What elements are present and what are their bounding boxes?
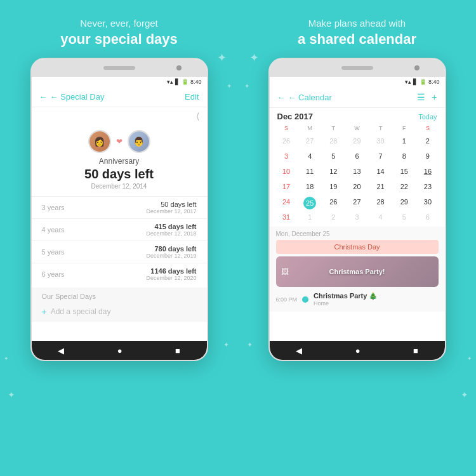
phone-speaker-right [341, 66, 373, 70]
cal-day[interactable]: 29 [345, 134, 369, 148]
cal-day[interactable]: 6 [416, 210, 439, 224]
couple-avatars: 👩 ❤ 👨 [88, 130, 150, 153]
list-icon[interactable]: ☰ [417, 92, 425, 102]
back-button-left[interactable]: ← ← Special Day [39, 92, 105, 102]
cal-day[interactable]: 26 [322, 195, 345, 209]
cal-day[interactable]: 11 [298, 164, 322, 178]
countdown-year: 4 years [42, 226, 65, 234]
special-day-header: ← ← Special Day Edit [32, 87, 207, 107]
cal-dow-t: T [369, 124, 392, 133]
cal-event-info: Christmas Party 🎄 Home [314, 292, 438, 307]
cal-day[interactable]: 1 [392, 134, 416, 148]
cal-day[interactable]: 19 [322, 180, 345, 194]
cal-day[interactable]: 28 [369, 195, 392, 209]
share-icon[interactable]: ⟨ [32, 107, 207, 125]
cal-day[interactable]: 12 [322, 164, 345, 178]
cal-dow-t: T [322, 124, 345, 133]
cal-day[interactable]: 31 [275, 210, 298, 224]
cal-event-banner: Christmas Day [276, 240, 439, 254]
cal-day[interactable]: 18 [298, 180, 322, 194]
cal-event-photo-label: Christmas Party! [329, 268, 385, 275]
deco-star-r2: ✦ [244, 83, 249, 89]
back-button-right[interactable]: ← ← Calendar [277, 93, 332, 102]
countdown-year: 6 years [42, 270, 65, 278]
cal-day[interactable]: 30 [416, 195, 439, 209]
cal-day[interactable]: 28 [322, 134, 345, 148]
countdown-days: 415 days left [146, 223, 196, 230]
cal-day[interactable]: 3 [275, 149, 298, 163]
nav-back-right[interactable]: ◀ [296, 346, 302, 355]
phone-content-right: ← ← Calendar ☰ + Dec 2017 Today SMTWTFS … [270, 87, 445, 341]
cal-day[interactable]: 24 [275, 195, 298, 209]
countdown-days: 50 days left [146, 201, 196, 208]
nav-back-left[interactable]: ◀ [58, 346, 64, 355]
cal-day[interactable]: 27 [345, 195, 369, 209]
cal-event-photo: 🖼 Christmas Party! [276, 256, 439, 287]
cal-day[interactable]: 23 [416, 180, 439, 194]
battery-icon-r: 🔋 [420, 79, 426, 85]
deco-star-r5: ✦ [247, 341, 253, 349]
countdown-days: 780 days left [146, 245, 196, 253]
phone-top-bar [32, 59, 207, 77]
cal-day[interactable]: 3 [345, 210, 369, 224]
cal-day[interactable]: 2 [416, 134, 439, 148]
cal-day[interactable]: 29 [392, 195, 416, 209]
cal-day[interactable]: 13 [345, 164, 369, 178]
nav-home-left[interactable]: ● [117, 346, 122, 355]
cal-day[interactable]: 22 [392, 180, 416, 194]
cal-day[interactable]: 25 [298, 195, 322, 209]
deco-star-4: ✦ [4, 355, 9, 362]
cal-day[interactable]: 17 [275, 180, 298, 194]
cal-day[interactable]: 26 [275, 134, 298, 148]
left-phone: ▾▴ ▋ 🔋 8:40 ← ← Special Day Edit ⟨ 👩 [30, 58, 208, 361]
wifi-icon-r: ▾▴ [405, 79, 411, 85]
right-title: a shared calendar [298, 31, 416, 48]
cal-day[interactable]: 5 [392, 210, 416, 224]
nav-square-left[interactable]: ■ [175, 346, 180, 355]
cal-today-button[interactable]: Today [418, 113, 437, 121]
countdown-year: 5 years [42, 248, 65, 256]
cal-dow-row: SMTWTFS [275, 124, 440, 133]
cal-day[interactable]: 30 [369, 134, 392, 148]
cal-week: 262728293012 [275, 134, 440, 148]
status-time-right: 8:40 [428, 79, 440, 85]
add-special-day-label: Add a special day [51, 307, 111, 316]
add-icon-cal[interactable]: + [432, 92, 437, 102]
cal-day[interactable]: 1 [298, 210, 322, 224]
left-panel: ✦ ✦ ✦ ✦ ✦ Never, ever, forget your speci… [0, 0, 238, 476]
edit-button[interactable]: Edit [185, 92, 199, 102]
cal-week: 10111213141516 [275, 164, 440, 178]
cal-day[interactable]: 8 [392, 149, 416, 163]
cal-day[interactable]: 21 [369, 180, 392, 194]
cal-day[interactable]: 20 [345, 180, 369, 194]
left-subtitle: Never, ever, forget [80, 18, 158, 29]
avatar-img-1: 👩 [89, 131, 110, 152]
countdown-right: 1146 days left December 12, 2020 [146, 267, 196, 281]
cal-day[interactable]: 9 [416, 149, 439, 163]
nav-square-right[interactable]: ■ [413, 346, 418, 355]
cal-day[interactable]: 6 [345, 149, 369, 163]
cal-day[interactable]: 10 [275, 164, 298, 178]
countdown-right: 50 days left December 12, 2017 [146, 201, 196, 215]
cal-day[interactable]: 4 [369, 210, 392, 224]
cal-day[interactable]: 16 [416, 164, 439, 178]
cal-day[interactable]: 27 [298, 134, 322, 148]
add-special-day-button[interactable]: + Add a special day [42, 304, 197, 319]
avatar-img-2: 👨 [129, 131, 149, 152]
avatar-1: 👩 [88, 130, 111, 153]
cal-day[interactable]: 2 [322, 210, 345, 224]
cal-day[interactable]: 4 [298, 149, 322, 163]
cal-dow-f: F [392, 124, 416, 133]
cal-day[interactable]: 7 [369, 149, 392, 163]
signal-icon-r: ▋ [413, 79, 418, 85]
cal-day[interactable]: 15 [392, 164, 416, 178]
header-title-left: ← Special Day [50, 92, 105, 102]
cal-event-time: 6:00 PM [276, 296, 298, 303]
cal-day[interactable]: 14 [369, 164, 392, 178]
phone-speaker [103, 66, 135, 70]
special-days-section: Our Special Days + Add a special day [32, 288, 207, 322]
nav-home-right[interactable]: ● [355, 346, 360, 355]
cal-day[interactable]: 5 [322, 149, 345, 163]
event-date: December 12, 2014 [91, 183, 147, 190]
back-arrow-icon: ← [39, 92, 48, 102]
